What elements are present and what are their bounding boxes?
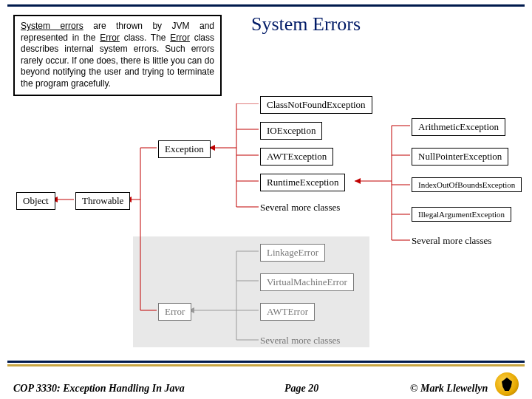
footer-page: Page 20	[284, 383, 318, 395]
footer-copyright: © Mark Llewellyn	[410, 383, 488, 395]
label-more-exception: Several more classes	[260, 202, 340, 214]
node-awterror: AWTError	[260, 303, 315, 321]
node-ioexception: IOException	[260, 122, 322, 140]
node-classnotfound: ClassNotFoundException	[260, 96, 372, 114]
footer-rule-navy	[7, 361, 525, 363]
node-arithmetic: ArithmeticException	[412, 118, 505, 136]
node-runtimeexception: RuntimeException	[260, 174, 345, 191]
node-exception: Exception	[158, 140, 211, 158]
node-illegalarg: IllegalArgumentException	[412, 207, 511, 222]
node-linkageerror: LinkageError	[260, 244, 325, 262]
slide-title: System Errors	[251, 13, 361, 35]
desc-text: class. The	[120, 33, 170, 43]
term-system-errors: System errors	[21, 21, 83, 31]
node-object: Object	[16, 192, 55, 210]
description-box: System errors are thrown by JVM and repr…	[13, 15, 222, 96]
svg-marker-3	[355, 178, 361, 184]
footer-course: COP 3330: Exception Handling In Java	[13, 383, 185, 395]
hierarchy-diagram: Object Throwable Exception Error ClassNo…	[0, 103, 532, 355]
term-error-2: Error	[170, 33, 190, 43]
footer: COP 3330: Exception Handling In Java Pag…	[0, 361, 532, 399]
node-error: Error	[158, 303, 191, 321]
label-more-error: Several more classes	[260, 335, 340, 347]
node-indexoob: IndexOutOfBoundsException	[412, 177, 522, 192]
node-throwable: Throwable	[75, 192, 130, 210]
node-awtexception: AWTException	[260, 148, 333, 166]
node-nullpointer: NullPointerException	[412, 148, 508, 166]
ucf-logo-icon	[495, 372, 519, 396]
top-rule	[7, 4, 525, 7]
slide: System Errors System errors are thrown b…	[0, 0, 532, 399]
label-more-runtime: Several more classes	[412, 235, 491, 247]
footer-rule-gold	[7, 364, 525, 366]
term-error-1: Error	[100, 33, 120, 43]
node-vmerror: VirtualMachineError	[260, 273, 354, 291]
